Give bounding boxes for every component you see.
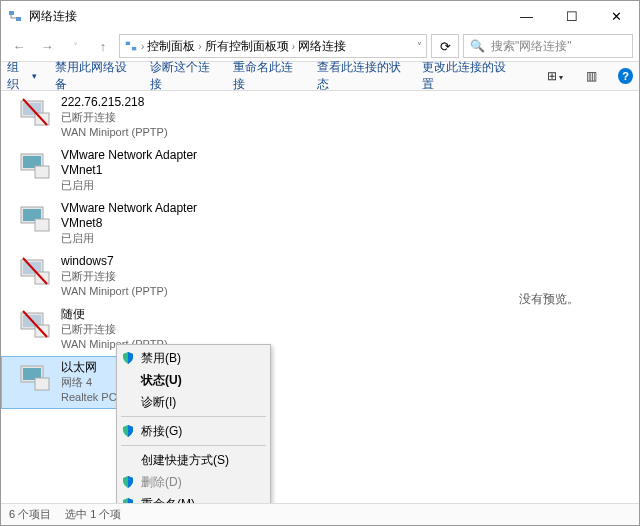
content-area: 222.76.215.218已断开连接WAN Miniport (PPTP) V… xyxy=(1,91,639,503)
context-menu: 禁用(B) 状态(U) 诊断(I) 桥接(G) 创建快捷方式(S) 删除(D) … xyxy=(116,344,271,526)
view-button[interactable]: ⊞ ▾ xyxy=(546,69,564,83)
cmd-disable[interactable]: 禁用此网络设备 xyxy=(55,59,132,93)
svg-rect-3 xyxy=(132,47,136,51)
address-dropdown[interactable]: ˅ xyxy=(417,41,422,52)
separator xyxy=(121,445,266,446)
list-item[interactable]: windows7已断开连接WAN Miniport (PPTP) xyxy=(1,250,221,303)
command-bar: 组织 ▾ 禁用此网络设备 诊断这个连接 重命名此连接 查看此连接的状态 更改此连… xyxy=(1,61,639,91)
back-button[interactable]: ← xyxy=(7,34,31,58)
svg-rect-24 xyxy=(35,378,49,390)
connection-icon xyxy=(17,148,53,184)
ctx-diagnose[interactable]: 诊断(I) xyxy=(117,391,270,413)
cmd-rename[interactable]: 重命名此连接 xyxy=(233,59,299,93)
chevron-down-icon: ▾ xyxy=(32,71,37,81)
search-placeholder: 搜索"网络连接" xyxy=(491,38,572,55)
ctx-disable[interactable]: 禁用(B) xyxy=(117,347,270,369)
preview-text: 没有预览。 xyxy=(519,291,579,308)
list-item[interactable]: 222.76.215.218已断开连接WAN Miniport (PPTP) xyxy=(1,91,221,144)
cmd-status[interactable]: 查看此连接的状态 xyxy=(317,59,405,93)
organize-button[interactable]: 组织 ▾ xyxy=(7,59,37,93)
statusbar: 6 个项目 选中 1 个项 xyxy=(1,503,639,525)
window-title: 网络连接 xyxy=(29,8,504,25)
network-icon xyxy=(124,39,138,53)
ctx-status[interactable]: 状态(U) xyxy=(117,369,270,391)
details-button[interactable]: ▥ xyxy=(582,69,600,83)
shield-icon xyxy=(121,351,135,365)
connection-icon xyxy=(17,201,53,237)
forward-button[interactable]: → xyxy=(35,34,59,58)
connection-icon xyxy=(17,254,53,290)
breadcrumb[interactable]: › 控制面板 › 所有控制面板项 › 网络连接 ˅ xyxy=(119,34,427,58)
maximize-button[interactable]: ☐ xyxy=(549,1,594,31)
shield-icon xyxy=(121,475,135,489)
list-item[interactable]: VMware Network Adapter VMnet8已启用 xyxy=(1,197,221,250)
connection-icon xyxy=(17,360,53,396)
crumb-control-panel[interactable]: 控制面板 xyxy=(147,38,195,55)
titlebar: 网络连接 — ☐ ✕ xyxy=(1,1,639,31)
svg-rect-0 xyxy=(9,11,14,15)
close-button[interactable]: ✕ xyxy=(594,1,639,31)
minimize-button[interactable]: — xyxy=(504,1,549,31)
help-icon[interactable]: ? xyxy=(618,68,633,84)
up-button[interactable]: ↑ xyxy=(91,34,115,58)
search-input[interactable]: 🔍 搜索"网络连接" xyxy=(463,34,633,58)
crumb-network[interactable]: 网络连接 xyxy=(298,38,346,55)
shield-icon xyxy=(121,424,135,438)
svg-rect-10 xyxy=(35,166,49,178)
connection-icon xyxy=(17,307,53,343)
cmd-diagnose[interactable]: 诊断这个连接 xyxy=(150,59,216,93)
connection-icon xyxy=(17,95,53,131)
selected-count: 选中 1 个项 xyxy=(65,507,121,522)
recent-dropdown[interactable]: ˅ xyxy=(63,34,87,58)
list-item[interactable]: VMware Network Adapter VMnet1已启用 xyxy=(1,144,221,197)
refresh-button[interactable]: ⟳ xyxy=(431,34,459,58)
separator xyxy=(121,416,266,417)
network-icon xyxy=(7,8,23,24)
crumb-all-items[interactable]: 所有控制面板项 xyxy=(205,38,289,55)
ctx-shortcut[interactable]: 创建快捷方式(S) xyxy=(117,449,270,471)
svg-rect-13 xyxy=(35,219,49,231)
cmd-settings[interactable]: 更改此连接的设置 xyxy=(422,59,510,93)
ctx-bridge[interactable]: 桥接(G) xyxy=(117,420,270,442)
search-icon: 🔍 xyxy=(470,39,485,53)
ctx-delete[interactable]: 删除(D) xyxy=(117,471,270,493)
address-bar: ← → ˅ ↑ › 控制面板 › 所有控制面板项 › 网络连接 ˅ ⟳ 🔍 搜索… xyxy=(1,31,639,61)
item-count: 6 个项目 xyxy=(9,507,51,522)
svg-rect-2 xyxy=(126,42,130,46)
